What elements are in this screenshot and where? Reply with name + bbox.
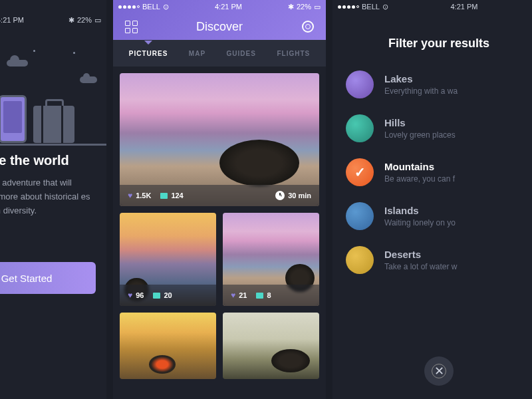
filter-screen: BELL ⊙ 4:21 PM Filter your results Lakes… bbox=[332, 0, 532, 399]
photo-card[interactable] bbox=[223, 313, 319, 379]
header: BELL ⊙ 4:21 PM ✱ 22% ▭ Discover bbox=[113, 0, 326, 40]
card-footer: 96 20 bbox=[120, 285, 216, 306]
filter-title: Filter your results bbox=[332, 37, 532, 51]
likes-count[interactable]: 21 bbox=[231, 291, 247, 300]
time-badge: 30 min bbox=[275, 191, 311, 200]
status-carrier: BELL ⊙ bbox=[338, 3, 388, 11]
filter-item-lakes[interactable]: LakesEverything with a wa bbox=[346, 70, 532, 98]
filter-desc: Everything with a wa bbox=[384, 86, 458, 96]
clock-icon bbox=[275, 191, 285, 200]
page-indicator bbox=[0, 236, 106, 241]
status-carrier: BELL ⊙ bbox=[118, 3, 169, 11]
photo-card[interactable]: 21 8 bbox=[223, 213, 319, 306]
status-bar: 4:21 PM ✱ 22% ▭ bbox=[0, 13, 106, 27]
status-bar: BELL ⊙ 4:21 PM bbox=[332, 0, 532, 13]
status-time: 4:21 PM bbox=[450, 3, 477, 11]
featured-card[interactable]: 1.5K 124 30 min bbox=[120, 73, 319, 206]
filter-color-icon bbox=[346, 70, 374, 98]
settings-icon[interactable] bbox=[301, 19, 315, 34]
page-title: Discover bbox=[196, 20, 243, 34]
filter-item-deserts[interactable]: DesertsTake a lot of water w bbox=[346, 246, 532, 274]
filter-color-icon bbox=[346, 246, 374, 274]
discover-screen: BELL ⊙ 4:21 PM ✱ 22% ▭ Discover PICTURES… bbox=[113, 0, 326, 399]
filter-item-mountains[interactable]: ✓ MountainsBe aware, you can f bbox=[346, 158, 532, 186]
filter-desc: Be aware, you can f bbox=[384, 174, 455, 184]
filter-name: Hills bbox=[384, 117, 456, 128]
photo-card[interactable]: 96 20 bbox=[120, 213, 216, 306]
status-battery: ✱ 22% ▭ bbox=[288, 3, 321, 11]
card-footer: 21 8 bbox=[223, 285, 319, 306]
onboarding-title: Explore the world bbox=[0, 153, 106, 168]
filter-color-icon: ✓ bbox=[346, 158, 374, 186]
filter-color-icon bbox=[346, 114, 374, 142]
filter-name: Mountains bbox=[384, 161, 455, 172]
grid-icon[interactable] bbox=[124, 19, 138, 34]
card-grid: 1.5K 124 30 min 96 20 21 8 bbox=[113, 66, 326, 386]
card-footer: 1.5K 124 30 min bbox=[120, 185, 319, 206]
likes-count[interactable]: 1.5K bbox=[128, 191, 151, 200]
filter-name: Deserts bbox=[384, 249, 457, 260]
filter-item-islands[interactable]: IslandsWaiting lonely on yo bbox=[346, 202, 532, 230]
tab-bar: PICTURES MAP GUIDES FLIGHTS bbox=[113, 40, 326, 66]
status-battery: ✱ 22% ▭ bbox=[68, 16, 101, 25]
comments-count[interactable]: 20 bbox=[153, 291, 172, 299]
onboarding-screen: 4:21 PM ✱ 22% ▭ Explore the world e chan… bbox=[0, 0, 106, 399]
filter-name: Lakes bbox=[384, 73, 458, 84]
filter-desc: Take a lot of water w bbox=[384, 262, 457, 271]
filter-desc: Waiting lonely on yo bbox=[384, 218, 456, 227]
status-bar: BELL ⊙ 4:21 PM ✱ 22% ▭ bbox=[113, 0, 326, 13]
comments-count[interactable]: 8 bbox=[256, 291, 271, 299]
filter-list: LakesEverything with a wa HillsLovely gr… bbox=[332, 70, 532, 274]
check-icon: ✓ bbox=[354, 164, 366, 180]
status-time: 4:21 PM bbox=[0, 16, 24, 24]
tab-pictures[interactable]: PICTURES bbox=[129, 50, 168, 57]
filter-item-hills[interactable]: HillsLovely green places bbox=[346, 114, 532, 142]
card-image bbox=[223, 313, 319, 379]
comments-count[interactable]: 124 bbox=[160, 192, 183, 200]
get-started-button[interactable]: Get Started bbox=[0, 262, 96, 294]
onboarding-description: e changing adventure that will nderstand… bbox=[0, 176, 106, 217]
filter-desc: Lovely green places bbox=[384, 130, 456, 140]
close-button[interactable]: ✕ bbox=[424, 356, 454, 386]
status-time: 4:21 PM bbox=[215, 3, 242, 11]
photo-card[interactable] bbox=[120, 313, 216, 379]
card-image bbox=[120, 313, 216, 379]
likes-count[interactable]: 96 bbox=[128, 291, 144, 300]
tab-map[interactable]: MAP bbox=[189, 50, 205, 57]
filter-name: Islands bbox=[384, 205, 456, 216]
filter-color-icon bbox=[346, 202, 374, 230]
tab-guides[interactable]: GUIDES bbox=[227, 50, 256, 57]
onboarding-illustration bbox=[0, 40, 106, 153]
tab-flights[interactable]: FLIGHTS bbox=[277, 50, 310, 57]
